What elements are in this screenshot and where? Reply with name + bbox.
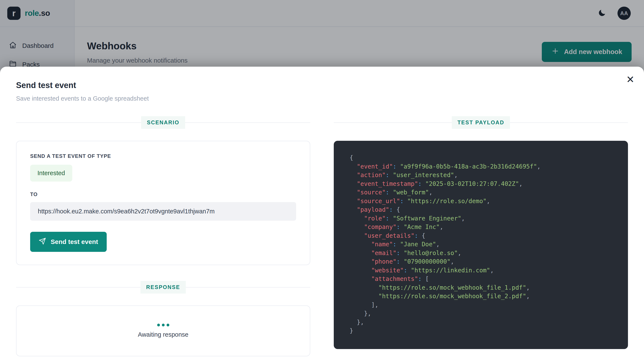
modal-subtitle: Save interested events to a Google sprea… (16, 95, 628, 102)
test-payload-code-block: { "event_id": "a9f9f96a-0b5b-418a-ac3b-2… (334, 141, 628, 349)
divider-line (16, 122, 141, 123)
divider-line (185, 122, 310, 123)
scenario-section-label: SCENARIO (141, 116, 185, 129)
scenario-column: SCENARIO SEND A TEST EVENT OF TYPE Inter… (16, 116, 310, 356)
response-card: Awaiting response (16, 306, 310, 356)
event-type-label: SEND A TEST EVENT OF TYPE (30, 153, 296, 159)
payload-code: { "event_id": "a9f9f96a-0b5b-418a-ac3b-2… (350, 154, 621, 336)
scenario-section-divider: SCENARIO (16, 116, 310, 129)
to-label: TO (30, 192, 296, 198)
divider-line (334, 122, 452, 123)
payload-column: TEST PAYLOAD { "event_id": "a9f9f96a-0b5… (334, 116, 628, 356)
scenario-card: SEND A TEST EVENT OF TYPE Interested TO … (16, 141, 310, 265)
send-test-event-label: Send test event (51, 238, 98, 246)
response-status-text: Awaiting response (138, 331, 188, 338)
payload-section-divider: TEST PAYLOAD (334, 116, 628, 129)
response-section-divider: RESPONSE (16, 281, 310, 294)
payload-section-label: TEST PAYLOAD (452, 116, 510, 129)
divider-line (186, 287, 310, 288)
divider-line (510, 122, 628, 123)
send-test-event-modal: ✕ Send test event Save interested events… (0, 67, 644, 364)
divider-line (16, 287, 140, 288)
screen: r role.so Dashboard Packs (0, 0, 644, 364)
loading-dots-icon (157, 324, 169, 326)
response-section-label: RESPONSE (140, 281, 186, 294)
send-test-event-button[interactable]: Send test event (30, 232, 107, 252)
modal-columns: SCENARIO SEND A TEST EVENT OF TYPE Inter… (16, 116, 628, 356)
event-type-chip[interactable]: Interested (30, 165, 72, 182)
webhook-url-input[interactable] (30, 202, 296, 221)
close-icon[interactable]: ✕ (624, 73, 637, 86)
send-icon (39, 238, 46, 246)
modal-title: Send test event (16, 67, 628, 90)
